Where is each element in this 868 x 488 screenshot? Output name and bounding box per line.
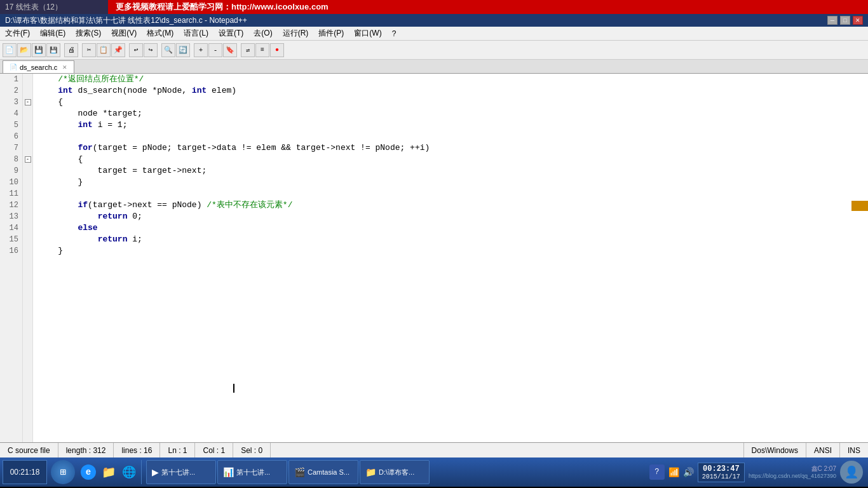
- line-numbers: 1 2 3 4 5 6 7 8 9 10 11 12 13 14 15 16: [0, 74, 23, 442]
- close-button[interactable]: ✕: [853, 16, 863, 25]
- start-button[interactable]: ⊞: [51, 460, 75, 484]
- menu-item-search[interactable]: 搜索(S): [71, 27, 106, 40]
- code-line-15: return i;: [38, 234, 868, 245]
- taskbar: 00:21:18 ⊞ e 📁 🌐 ▶ 第十七讲... 📊 第十七讲... 🎬 C…: [0, 458, 868, 487]
- taskbar-btn-camtasia[interactable]: 🎬 Camtasia S...: [288, 460, 358, 484]
- code-line-6: [38, 131, 868, 142]
- toolbar-redo[interactable]: ↪: [144, 43, 158, 57]
- maximize-button[interactable]: □: [840, 16, 850, 25]
- menu-item-edit[interactable]: 编辑(E): [35, 27, 71, 40]
- status-filetype: C source file: [0, 443, 58, 458]
- line-num-7: 7: [0, 142, 22, 154]
- toolbar-indent[interactable]: ≡: [255, 43, 269, 57]
- system-tray: ? 📶 🔊 00:23:47 2015/11/17 鑫C 2:07 https:…: [647, 461, 865, 484]
- taskbar-btn-lecture2[interactable]: 📊 第十七讲...: [217, 460, 287, 484]
- code-line-7: for(target = pNode; target->data != elem…: [38, 142, 868, 154]
- right-label[interactable]: 默认: [851, 201, 868, 211]
- taskbar-icon-ie[interactable]: e: [79, 460, 98, 484]
- tray-date: 2015/11/17: [702, 473, 740, 480]
- status-ins: INS: [839, 443, 868, 458]
- code-line-5: int i = 1;: [38, 119, 868, 131]
- toolbar-copy[interactable]: 📋: [97, 43, 111, 57]
- title-bar: D:\谭布客\数据结构和算法\第十七讲 线性表12\ds_search.c - …: [0, 14, 868, 27]
- code-line-4: node *target;: [38, 108, 868, 119]
- toolbar-record[interactable]: ●: [270, 43, 284, 57]
- minimize-button[interactable]: ─: [827, 16, 837, 25]
- fold-indicator-8[interactable]: -: [23, 154, 32, 165]
- toolbar-cut[interactable]: ✂: [82, 43, 96, 57]
- menu-item-file[interactable]: 文件(F): [0, 27, 35, 40]
- title-text: D:\谭布客\数据结构和算法\第十七讲 线性表12\ds_search.c - …: [5, 15, 247, 26]
- menu-item-format[interactable]: 格式(M): [142, 27, 179, 40]
- menu-item-settings[interactable]: 设置(T): [214, 27, 248, 40]
- menu-item-run[interactable]: 运行(R): [278, 27, 314, 40]
- line-num-12: 12: [0, 200, 22, 211]
- line-num-16: 16: [0, 245, 22, 257]
- user-avatar[interactable]: 👤: [840, 461, 863, 484]
- tray-sound[interactable]: 🔊: [683, 467, 694, 478]
- menu-item-view[interactable]: 视图(V): [106, 27, 142, 40]
- line-num-5: 5: [0, 119, 22, 131]
- line-num-10: 10: [0, 177, 22, 188]
- menu-bar: 文件(F) 编辑(E) 搜索(S) 视图(V) 格式(M) 语言(L) 设置(T…: [0, 27, 868, 41]
- toolbar-save[interactable]: 💾: [32, 43, 46, 57]
- taskbar-btn-explorer[interactable]: 📁 D:\谭布客...: [360, 460, 430, 484]
- line-num-11: 11: [0, 188, 22, 200]
- tab-ds-search[interactable]: 📄 ds_search.c ✕: [3, 60, 74, 73]
- menu-item-go[interactable]: 去(O): [248, 27, 277, 40]
- toolbar-new[interactable]: 📄: [3, 43, 17, 57]
- code-line-13: return 0;: [38, 211, 868, 222]
- toolbar-paste[interactable]: 📌: [111, 43, 125, 57]
- windows-logo-icon: ⊞: [60, 466, 66, 478]
- tab-label: ds_search.c: [20, 64, 57, 71]
- taskbar-icon-chrome[interactable]: 🌐: [119, 460, 139, 484]
- toolbar-print[interactable]: 🖨: [64, 43, 78, 57]
- status-eol: Dos\Windows: [743, 443, 806, 458]
- line-num-8: 8: [0, 154, 22, 165]
- status-sel: Sel : 0: [233, 443, 271, 458]
- menu-item-language[interactable]: 语言(L): [179, 27, 214, 40]
- toolbar-bookmark[interactable]: 🔖: [223, 43, 237, 57]
- menu-item-help[interactable]: ?: [387, 28, 402, 39]
- camtasia-label: Camtasia S...: [308, 468, 349, 476]
- tray-network[interactable]: 📶: [668, 467, 679, 478]
- code-line-10: }: [38, 177, 868, 188]
- taskbar-clock-left: 00:21:18: [3, 460, 47, 484]
- toolbar-zoomout[interactable]: -: [208, 43, 222, 57]
- toolbar-undo[interactable]: ↩: [129, 43, 143, 57]
- line-num-14: 14: [0, 222, 22, 234]
- toolbar-saveall[interactable]: 💾: [46, 43, 60, 57]
- line-num-6: 6: [0, 131, 22, 142]
- taskbar-icon-explorer[interactable]: 📁: [99, 460, 118, 484]
- code-area[interactable]: /*返回结点所在位置*/ int ds_search(node *pNode, …: [33, 74, 868, 442]
- toolbar-zoomin[interactable]: +: [194, 43, 208, 57]
- toolbar-replace[interactable]: 🔄: [176, 43, 190, 57]
- tray-help[interactable]: ?: [649, 464, 665, 480]
- explorer-icon: 📁: [365, 467, 376, 477]
- menu-item-window[interactable]: 窗口(W): [349, 27, 386, 40]
- menu-item-plugins[interactable]: 插件(P): [313, 27, 349, 40]
- code-line-14: else: [38, 222, 868, 234]
- line-num-9: 9: [0, 165, 22, 177]
- toolbar-find[interactable]: 🔍: [161, 43, 175, 57]
- code-line-8: {: [38, 154, 868, 165]
- editor-container: 1 2 3 4 5 6 7 8 9 10 11 12 13 14 15 16 -…: [0, 74, 868, 442]
- top-banner: 17 线性表（12） 更多视频教程请上爱酷学习网：http://www.icoo…: [0, 0, 868, 14]
- status-lines: lines : 16: [114, 443, 160, 458]
- code-line-9: target = target->next;: [38, 165, 868, 177]
- tray-info: 鑫C 2:07 https://blog.csdn.net/qq_4162739…: [749, 464, 836, 480]
- toolbar-wordwrap[interactable]: ⇌: [241, 43, 255, 57]
- tab-close-icon[interactable]: ✕: [62, 64, 67, 71]
- fold-indicators: - -: [23, 74, 33, 442]
- code-line-11: [38, 188, 868, 200]
- toolbar-open[interactable]: 📂: [17, 43, 31, 57]
- tray-time: 00:23:47: [702, 464, 740, 473]
- status-bar: C source file length : 312 lines : 16 Ln…: [0, 442, 868, 458]
- lecture2-label: 第十七讲...: [236, 468, 270, 477]
- fold-indicator-3[interactable]: -: [23, 97, 32, 108]
- cursor-line: [38, 371, 868, 383]
- camtasia-icon: 🎬: [294, 467, 305, 477]
- tab-icon: 📄: [10, 64, 17, 71]
- taskbar-btn-lecture1[interactable]: ▶ 第十七讲...: [146, 460, 216, 484]
- lecture2-icon: 📊: [223, 467, 234, 477]
